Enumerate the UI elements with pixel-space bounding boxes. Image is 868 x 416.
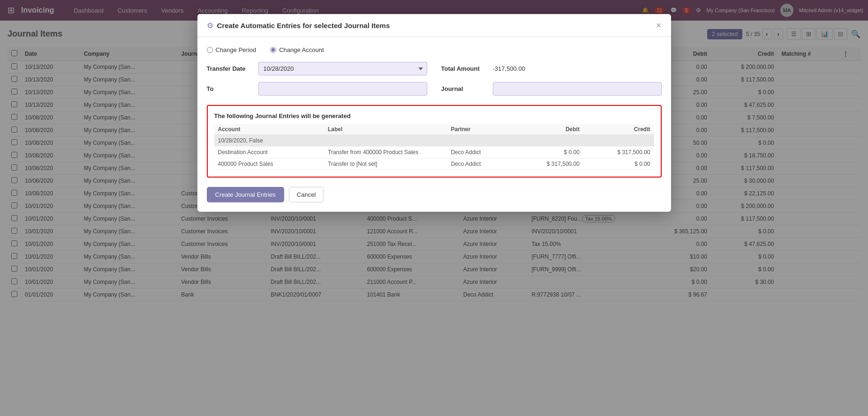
radio-change-account[interactable]: Change Account [270,46,324,53]
entry-credit: $ 317,500.00 [583,147,654,158]
journal-field: Journal [441,82,662,96]
to-select[interactable] [258,82,427,96]
form-grid: Transfer Date 10/28/2020 Total Amount -3… [207,62,662,96]
entry-credit: $ 0.00 [583,158,654,170]
radio-change-period-label: Change Period [216,46,257,53]
radio-change-account-label: Change Account [279,46,324,53]
cancel-button[interactable]: Cancel [289,187,324,202]
entries-group-row: 10/28/2020, False [214,135,654,147]
entries-table-row[interactable]: Destination Account Transfer from 400000… [214,147,654,158]
button-row: Create Journal Entries Cancel [207,187,662,202]
entry-account: 400000 Product Sales [214,158,325,170]
entries-table-row[interactable]: 400000 Product Sales Transfer to [Not se… [214,158,654,170]
radio-change-period[interactable]: Change Period [207,46,257,53]
transfer-date-select[interactable]: 10/28/2020 [258,62,427,75]
modal-title-wrap: ⚙ Create Automatic Entries for selected … [207,21,390,30]
to-label: To [207,85,254,92]
entry-label: Transfer from 400000 Product Sales [324,147,447,158]
entries-table: Account Label Partner Debit Credit 10/28… [214,124,654,170]
entries-col-partner: Partner [447,124,513,135]
entries-col-account: Account [214,124,325,135]
entry-debit: $ 0.00 [513,147,583,158]
radio-options-row: Change Period Change Account [207,46,662,53]
entry-account: Destination Account [214,147,325,158]
radio-change-period-input[interactable] [207,47,213,53]
modal-header: ⚙ Create Automatic Entries for selected … [197,14,671,37]
entries-col-debit: Debit [513,124,583,135]
modal-body: Change Period Change Account Transfer Da… [197,37,671,212]
total-amount-label: Total Amount [441,65,488,72]
entry-partner: Deco Addict [447,147,513,158]
total-amount-value: -317,500.00 [493,62,662,75]
radio-change-account-input[interactable] [270,47,276,53]
total-amount-field: Total Amount -317,500.00 [441,62,662,75]
entries-col-credit: Credit [583,124,654,135]
create-journal-entries-button[interactable]: Create Journal Entries [207,187,284,202]
entries-box-title: The following Journal Entries will be ge… [214,112,654,119]
entries-group-label: 10/28/2020, False [214,135,654,147]
entry-partner: Deco Addict [447,158,513,170]
modal-close-button[interactable]: × [656,21,662,30]
to-field: To [207,82,427,96]
journal-select[interactable] [493,82,662,96]
modal-gear-icon: ⚙ [207,21,213,30]
entry-debit: $ 317,500.00 [513,158,583,170]
entries-box: The following Journal Entries will be ge… [207,105,662,178]
modal-overlay: ⚙ Create Automatic Entries for selected … [0,0,868,416]
transfer-date-label: Transfer Date [207,65,254,72]
modal-title: Create Automatic Entries for selected Jo… [217,22,390,30]
journal-label: Journal [441,85,488,92]
transfer-date-field: Transfer Date 10/28/2020 [207,62,427,75]
entries-col-label: Label [324,124,447,135]
modal: ⚙ Create Automatic Entries for selected … [197,14,671,212]
entry-label: Transfer to [Not set] [324,158,447,170]
entries-table-body: 10/28/2020, False Destination Account Tr… [214,135,654,170]
